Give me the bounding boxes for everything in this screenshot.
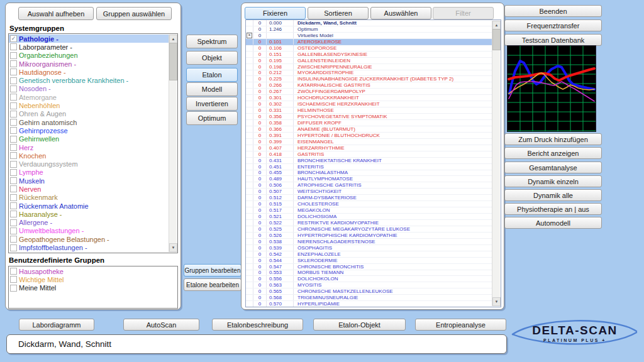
- etalon-row[interactable]: 00.195GALLENSTEINLEIDEN: [246, 58, 492, 64]
- checkbox[interactable]: [10, 69, 17, 75]
- user-groups-list[interactable]: HausapothekeWichtige MittelMeine Mittel: [8, 266, 178, 309]
- system-group-item[interactable]: Atemorgane: [9, 93, 169, 101]
- etalon-row[interactable]: 00.507WEITSICHTIGKEIT: [246, 189, 492, 195]
- select-groups-button[interactable]: Gruppen auswählen: [96, 7, 172, 20]
- etalon-row[interactable]: 00.522RESTRIKTVE KARDIOMYOPATHIE: [246, 220, 492, 226]
- row-checkbox[interactable]: [246, 270, 253, 276]
- etalon-row[interactable]: 00.489HAUTLYMPHOMATOSE: [246, 176, 492, 182]
- row-checkbox[interactable]: [246, 39, 253, 45]
- system-group-item[interactable]: Gehirnprozesse: [9, 126, 169, 134]
- etalon-row[interactable]: 00.151GALLENBLASENDYSKINESIE: [246, 52, 492, 58]
- user-group-item[interactable]: Wichtige Mittel: [9, 275, 177, 283]
- row-checkbox[interactable]: [246, 195, 253, 200]
- checkbox[interactable]: [10, 60, 17, 67]
- checkbox[interactable]: [10, 211, 17, 217]
- row-checkbox[interactable]: [246, 126, 253, 132]
- row-checkbox[interactable]: [246, 139, 253, 145]
- checkbox[interactable]: [10, 276, 17, 283]
- etalon-row[interactable]: 00.431BRONCHIEKTATISCHE KRANKHEIT: [246, 158, 492, 164]
- checkbox[interactable]: [10, 119, 17, 126]
- etalon-row[interactable]: 00.267ZWÖLFFINGERDARMPOLYP: [246, 89, 492, 95]
- etalon-row[interactable]: 00.539ÖSOPHAGITIS: [246, 245, 492, 251]
- edit-etalons-button[interactable]: Etalone bearbeiten: [184, 278, 242, 291]
- checkbox[interactable]: [10, 94, 17, 101]
- modell-button[interactable]: Modell: [186, 82, 238, 96]
- row-checkbox[interactable]: [246, 214, 253, 219]
- system-group-item[interactable]: Muskeln: [9, 177, 169, 185]
- scrollbar-thumb[interactable]: [169, 43, 177, 80]
- optimum-button[interactable]: Optimum: [186, 111, 238, 125]
- invertieren-button[interactable]: Invertieren: [186, 97, 238, 111]
- etalon-row[interactable]: 00.418GASTRITIS: [246, 151, 492, 158]
- checkbox[interactable]: [10, 127, 17, 134]
- entropieanalyse-button[interactable]: Entropieanalyse: [415, 319, 506, 331]
- system-group-item[interactable]: Knochen: [9, 151, 169, 160]
- checkbox[interactable]: [10, 185, 17, 192]
- row-checkbox[interactable]: [246, 58, 253, 63]
- system-group-item[interactable]: Gehirn anatomisch: [9, 118, 169, 126]
- row-checkbox[interactable]: [246, 107, 253, 113]
- etalon-row[interactable]: 00.521DOLICHOSIGMA: [246, 214, 492, 220]
- row-checkbox[interactable]: [246, 151, 253, 157]
- etalon-row[interactable]: 00.301HOCHDRUCKKRANKHEIT: [246, 95, 492, 101]
- scroll-up-icon[interactable]: ▲: [492, 21, 501, 30]
- etalon-row[interactable]: 00.106OSTEOPOROSE: [246, 45, 492, 52]
- etalon-row[interactable]: 00.565CHRONISCHE MASTKZELLENLEUKOSE: [246, 288, 492, 295]
- scrollbar-thumb[interactable]: [492, 29, 501, 50]
- etalon-row[interactable]: 00.542ENZEPHALOZELE: [246, 251, 492, 258]
- scroll-up-icon[interactable]: ▲: [169, 35, 177, 43]
- checkbox[interactable]: [10, 244, 17, 251]
- checkbox[interactable]: [10, 136, 17, 143]
- etalon-row[interactable]: 00.358DIFFUSER KROPF: [246, 120, 492, 126]
- row-checkbox[interactable]: [246, 45, 253, 51]
- testscan-datenbank-button[interactable]: Testscan Datenbank: [504, 34, 602, 46]
- system-group-item[interactable]: Hautdiagnose -: [9, 68, 169, 76]
- etalon-row[interactable]: 00.366ANAEMIE (BLUTARMUT): [246, 126, 492, 133]
- checkbox[interactable]: [10, 43, 17, 50]
- system-group-item[interactable]: Umweltbelastungen -: [9, 227, 169, 235]
- row-checked-icon[interactable]: ×: [246, 33, 253, 38]
- system-group-item[interactable]: Nosoden -: [9, 85, 169, 93]
- etalon-row[interactable]: 00.515CHOLESTEROSE: [246, 201, 492, 207]
- objekt-button[interactable]: Objekt: [186, 51, 238, 65]
- dynamik-einzeln-button[interactable]: Dynamik einzeln: [504, 175, 602, 187]
- row-checkbox[interactable]: [246, 64, 253, 70]
- checkbox[interactable]: [10, 102, 17, 109]
- row-checkbox[interactable]: [246, 220, 253, 226]
- etalon-objekt-button[interactable]: Etalon-Objekt: [313, 319, 406, 331]
- system-group-item[interactable]: Nerven: [9, 185, 169, 193]
- beenden-button[interactable]: Beenden: [504, 5, 602, 17]
- spektrum-button[interactable]: Spektrum: [186, 35, 238, 48]
- labordiagramm-button[interactable]: Labordiagramm: [19, 319, 94, 331]
- system-group-item[interactable]: Laborparameter -: [9, 43, 169, 51]
- row-checkbox[interactable]: [246, 295, 253, 300]
- checkbox[interactable]: [10, 169, 17, 176]
- scroll-down-icon[interactable]: ▼: [169, 243, 177, 252]
- etalon-row[interactable]: ×0Virtuelles Model: [246, 33, 492, 39]
- checkbox[interactable]: [10, 161, 17, 168]
- system-group-item[interactable]: Herz: [9, 143, 169, 151]
- etalon-row[interactable]: 00.526HYPERTROPHISCHE KARDIOMYOPATHIE: [246, 233, 492, 239]
- row-checkbox[interactable]: [246, 120, 253, 126]
- system-groups-scrollbar[interactable]: ▲ ▼: [169, 35, 177, 252]
- system-group-item[interactable]: Impfstoffbelastungen -: [9, 243, 169, 251]
- row-checkbox[interactable]: [246, 176, 253, 182]
- etalon-row[interactable]: 00.266KATARRHALISCHE GASTRITIS: [246, 82, 492, 89]
- system-group-item[interactable]: Verdauungssystem: [9, 160, 169, 168]
- etalon-list-scrollbar[interactable]: ▲ ▼: [492, 21, 500, 306]
- row-checkbox[interactable]: [246, 158, 253, 163]
- row-checkbox[interactable]: [246, 95, 253, 101]
- row-checkbox[interactable]: [246, 258, 253, 263]
- checkbox[interactable]: [10, 52, 17, 59]
- dynamik-alle-button[interactable]: Dynamik alle: [504, 189, 602, 201]
- etalon-row[interactable]: 00.525CHRONISCHE MEGAKARYOZYTÄRE LEUKOSE: [246, 226, 492, 233]
- autoscan-button[interactable]: AutoScan: [123, 319, 199, 331]
- checkbox[interactable]: [10, 152, 17, 159]
- system-group-item[interactable]: Geopathogene Belastungen -: [9, 235, 169, 243]
- row-checkbox[interactable]: [246, 239, 253, 244]
- row-checkbox[interactable]: [246, 82, 253, 88]
- row-checkbox[interactable]: [246, 301, 253, 307]
- system-group-item[interactable]: Mikroorganismen -: [9, 60, 169, 68]
- etalon-row[interactable]: 00.568TRIGEMINUSNEURALGIE: [246, 295, 492, 301]
- row-checkbox[interactable]: [246, 26, 253, 32]
